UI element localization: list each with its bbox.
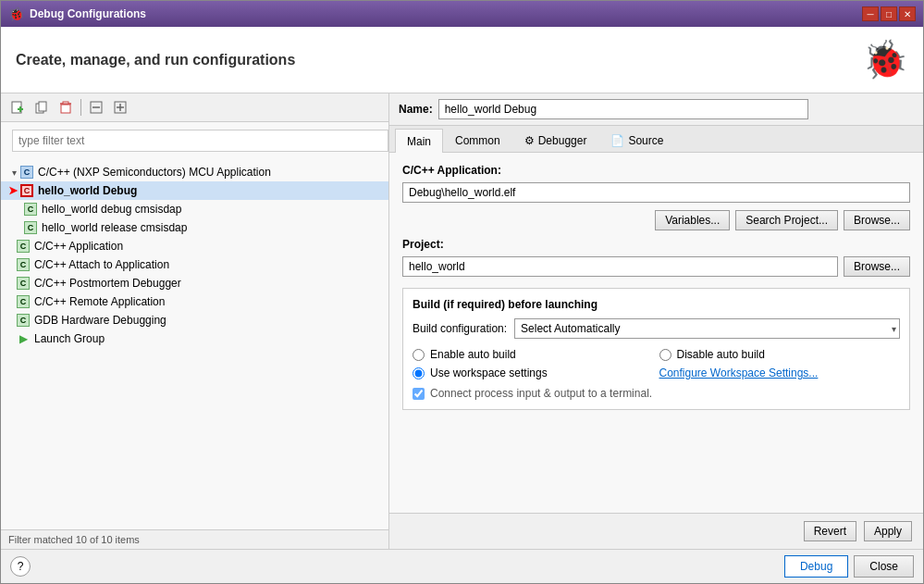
build-config-select[interactable]: Select Automatically Debug Release [514, 318, 900, 339]
tree-item-hello-release-label: hello_world release cmsisdap [42, 221, 187, 234]
use-workspace-radio[interactable] [413, 367, 425, 379]
debugger-icon: ⚙ [524, 134, 535, 147]
configure-workspace-item: Configure Workspace Settings... [659, 367, 901, 379]
tree-item-hello-release[interactable]: C hello_world release cmsisdap [1, 218, 388, 237]
tree-item-hello-cmsisdap[interactable]: C hello_world debug cmsisdap [1, 200, 388, 218]
browse-project-button[interactable]: Browse... [844, 256, 910, 277]
build-radio-group: Enable auto build Disable auto build Use… [413, 348, 900, 379]
config-name-input[interactable] [438, 99, 808, 119]
nxp-group-icon: C [19, 165, 34, 180]
hello-release-icon: C [23, 220, 38, 235]
tree-item-nxp-group[interactable]: ▾ C C/C++ (NXP Semiconductors) MCU Appli… [1, 163, 388, 181]
window-title: Debug Configurations [30, 7, 146, 20]
expand-button[interactable] [109, 97, 131, 118]
gdb-icon: C [16, 313, 31, 328]
tree-item-hello-cmsisdap-label: hello_world debug cmsisdap [42, 203, 181, 216]
tree-item-cpp-postmortem[interactable]: C C/C++ Postmortem Debugger [1, 274, 388, 292]
selection-arrow-icon: ➤ [8, 184, 18, 197]
cpp-app-input-row [402, 182, 910, 203]
tree-item-cpp-attach[interactable]: C C/C++ Attach to Application [1, 255, 388, 274]
tab-main-content: C/C++ Application: Variables... Search P… [389, 153, 923, 513]
tab-source[interactable]: 📄 Source [598, 129, 675, 152]
build-config-row: Build configuration: Select Automaticall… [413, 318, 900, 339]
connect-process-label: Connect process input & output to a term… [430, 387, 652, 400]
apply-button[interactable]: Apply [864, 521, 912, 541]
config-tree[interactable]: ▾ C C/C++ (NXP Semiconductors) MCU Appli… [1, 159, 388, 529]
tab-debugger[interactable]: ⚙ Debugger [512, 129, 599, 152]
enable-auto-build-item: Enable auto build [413, 348, 654, 361]
duplicate-config-button[interactable] [31, 97, 53, 118]
filter-area [1, 122, 388, 159]
tree-item-hello-debug-label: hello_world Debug [38, 184, 137, 197]
project-input[interactable] [402, 256, 838, 277]
config-name-bar: Name: [389, 93, 923, 126]
browse-app-button[interactable]: Browse... [844, 210, 910, 230]
connect-process-checkbox[interactable] [413, 388, 425, 400]
tab-main-label: Main [407, 135, 431, 148]
tab-common-label: Common [455, 134, 500, 147]
close-window-button[interactable]: ✕ [899, 6, 916, 21]
build-config-label: Build configuration: [413, 322, 507, 335]
enable-auto-build-label: Enable auto build [430, 348, 516, 361]
tree-item-gdb[interactable]: C GDB Hardware Debugging [1, 311, 388, 329]
disable-auto-build-label: Disable auto build [677, 348, 765, 361]
tree-item-gdb-label: GDB Hardware Debugging [34, 314, 166, 327]
variables-button[interactable]: Variables... [655, 210, 730, 230]
header-area: Create, manage, and run configurations 🐞 [1, 27, 923, 93]
toolbar-sep1 [80, 99, 81, 116]
tree-item-cpp-attach-label: C/C++ Attach to Application [34, 258, 169, 271]
help-button[interactable]: ? [10, 556, 31, 577]
footer-right: Debug Close [784, 555, 914, 578]
name-label: Name: [399, 103, 433, 116]
disable-auto-build-radio[interactable] [659, 349, 671, 361]
cpp-postmortem-icon: C [16, 276, 31, 291]
new-config-button[interactable] [6, 97, 29, 118]
collapse-all-button[interactable] [85, 97, 107, 118]
title-bar-left: 🐞 Debug Configurations [8, 6, 146, 21]
tree-item-cpp-remote-label: C/C++ Remote Application [34, 295, 165, 308]
cpp-app-input[interactable] [402, 182, 910, 203]
title-bar: 🐞 Debug Configurations ─ □ ✕ [1, 1, 923, 27]
cpp-remote-icon: C [16, 294, 31, 309]
tree-item-cpp-app[interactable]: C C/C++ Application [1, 237, 388, 255]
tree-item-launch-group[interactable]: ▶ Launch Group [1, 329, 388, 348]
close-button[interactable]: Close [854, 555, 914, 578]
cpp-app-section-label: C/C++ Application: [402, 164, 910, 177]
project-section-label: Project: [402, 238, 910, 251]
header-title: Create, manage, and run configurations [16, 52, 295, 68]
svg-rect-7 [63, 102, 68, 104]
config-action-bar: Revert Apply [389, 513, 923, 549]
tree-item-cpp-remote[interactable]: C C/C++ Remote Application [1, 292, 388, 311]
svg-rect-5 [61, 105, 70, 113]
project-input-row: Browse... [402, 256, 910, 277]
tree-item-launch-group-label: Launch Group [34, 332, 105, 345]
revert-button[interactable]: Revert [804, 521, 856, 541]
expand-arrow-nxp[interactable]: ▾ [8, 167, 19, 178]
enable-auto-build-radio[interactable] [413, 349, 425, 361]
delete-config-button[interactable] [55, 97, 77, 118]
tab-common[interactable]: Common [443, 129, 512, 152]
source-icon: 📄 [610, 134, 624, 147]
tree-item-hello-debug[interactable]: ➤ C hello_world Debug [1, 181, 388, 200]
app-icon: 🐞 [8, 6, 24, 21]
minimize-button[interactable]: ─ [862, 6, 879, 21]
filter-status: Filter matched 10 of 10 items [1, 529, 388, 549]
cpp-app-btn-row: Variables... Search Project... Browse... [402, 210, 910, 230]
use-workspace-item: Use workspace settings [413, 367, 654, 379]
maximize-button[interactable]: □ [881, 6, 897, 21]
hello-cmsisdap-icon: C [23, 202, 38, 217]
launch-group-icon: ▶ [16, 331, 31, 346]
configure-workspace-link[interactable]: Configure Workspace Settings... [659, 367, 819, 379]
filter-input[interactable] [12, 130, 388, 152]
use-workspace-label: Use workspace settings [430, 367, 548, 379]
tab-main[interactable]: Main [395, 129, 443, 153]
tree-item-cpp-postmortem-label: C/C++ Postmortem Debugger [34, 277, 181, 290]
debug-button[interactable]: Debug [784, 555, 848, 578]
title-bar-controls: ─ □ ✕ [862, 6, 916, 21]
main-window: 🐞 Debug Configurations ─ □ ✕ Create, man… [0, 0, 924, 584]
disable-auto-build-item: Disable auto build [659, 348, 901, 361]
footer-bar: ? Debug Close [1, 549, 923, 583]
cpp-attach-icon: C [16, 257, 31, 272]
search-project-button[interactable]: Search Project... [735, 210, 838, 230]
footer-left: ? [10, 556, 31, 577]
